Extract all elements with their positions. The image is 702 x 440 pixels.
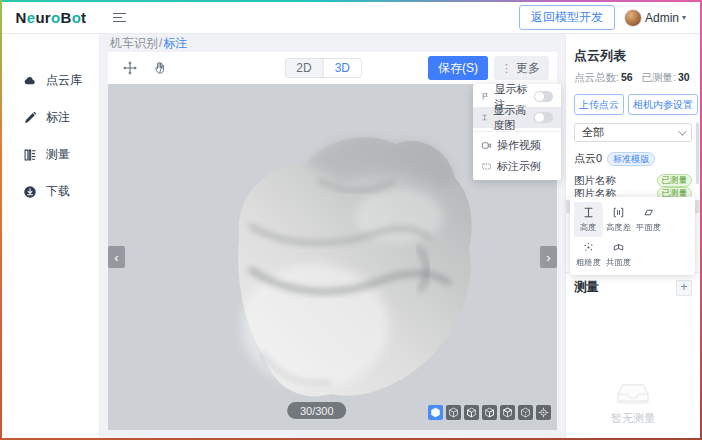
more-dots-icon: ⋮ bbox=[501, 62, 512, 75]
user-avatar bbox=[624, 9, 642, 27]
breadcrumb-current[interactable]: 标注 bbox=[163, 36, 187, 50]
upload-pointcloud-button[interactable]: 上传点云 bbox=[574, 94, 624, 115]
view-top-button[interactable] bbox=[518, 405, 533, 420]
panel-scrollbar[interactable] bbox=[696, 122, 699, 184]
sidebar-item-label: 下载 bbox=[46, 183, 70, 200]
app-logo[interactable]: NeuroBot bbox=[2, 9, 100, 26]
panel-stats: 点云总数:56 已测量:30 bbox=[574, 71, 692, 85]
menu-item-annotation-example[interactable]: 标注示例 bbox=[473, 156, 561, 177]
top-header: NeuroBot 返回模型开发 Admin ▾ bbox=[2, 2, 700, 34]
measured-count: 已测量:30 bbox=[642, 71, 690, 85]
pointcloud-name: 点云0 bbox=[574, 151, 602, 166]
pan-move-icon[interactable] bbox=[122, 60, 138, 76]
empty-box-icon bbox=[609, 371, 657, 407]
sidebar-item-measure[interactable]: 测量 bbox=[2, 136, 99, 173]
frame-border-top bbox=[0, 0, 702, 2]
tools-grid: 高度 高度差 平面度 粗糙度 bbox=[573, 202, 692, 272]
frame-border-left bbox=[0, 0, 2, 440]
chevron-right-icon: › bbox=[546, 250, 550, 265]
tool-label: 平面度 bbox=[636, 222, 661, 234]
height-tool-icon bbox=[582, 206, 595, 219]
tooth-3d-model bbox=[223, 130, 473, 402]
collapse-sidebar-icon[interactable] bbox=[113, 13, 126, 22]
tool-label: 高度 bbox=[580, 222, 597, 234]
more-button[interactable]: ⋮ 更多 bbox=[494, 56, 549, 80]
cloud-icon bbox=[23, 74, 37, 88]
tool-flatness[interactable]: 平面度 bbox=[634, 202, 663, 237]
filter-select[interactable]: 全部 bbox=[574, 123, 692, 142]
show-heightmap-toggle[interactable] bbox=[534, 112, 553, 123]
save-button[interactable]: 保存(S) bbox=[428, 56, 488, 80]
prev-image-button[interactable]: ‹ bbox=[108, 246, 125, 268]
measure-section-header: 测量 + bbox=[574, 279, 692, 296]
menu-item-show-heightmap[interactable]: 显示高度图 bbox=[473, 107, 561, 128]
logo-letter: ur bbox=[35, 9, 51, 26]
tool-label: 粗糙度 bbox=[576, 257, 601, 269]
more-dropdown-menu: 显示标注 显示高度图 操作视频 bbox=[473, 84, 561, 180]
view-front-button[interactable] bbox=[446, 405, 461, 420]
roughness-tool-icon bbox=[582, 241, 595, 254]
canvas-toolbar: 2D 3D 保存(S) ⋮ 更多 显示标注 bbox=[108, 52, 557, 84]
view-right-button[interactable] bbox=[500, 405, 515, 420]
total-count: 点云总数:56 bbox=[574, 71, 633, 85]
logo-gear-letter: o bbox=[72, 9, 81, 26]
tool-height-diff[interactable]: 高度差 bbox=[604, 202, 633, 237]
menu-item-label: 操作视频 bbox=[497, 138, 541, 153]
total-label: 点云总数: bbox=[574, 71, 619, 83]
pointcloud-group-row[interactable]: 点云0 标准模版 bbox=[574, 151, 692, 166]
sidebar-item-annotation[interactable]: 标注 bbox=[2, 99, 99, 136]
measure-tools-popup: 高度 高度差 平面度 粗糙度 bbox=[570, 197, 695, 275]
menu-item-tutorial-video[interactable]: 操作视频 bbox=[473, 135, 561, 156]
coplanarity-tool-icon bbox=[612, 241, 625, 254]
mode-2d-button[interactable]: 2D bbox=[285, 59, 323, 77]
view-left-button[interactable] bbox=[482, 405, 497, 420]
chevron-left-icon: ‹ bbox=[114, 250, 118, 265]
sidebar-item-label: 测量 bbox=[46, 146, 70, 163]
camera-params-button[interactable]: 相机内参设置 bbox=[628, 94, 698, 115]
cube-icon bbox=[520, 407, 531, 418]
flatness-tool-icon bbox=[642, 206, 655, 219]
next-image-button[interactable]: › bbox=[540, 246, 557, 268]
toolbar-right: 保存(S) ⋮ 更多 bbox=[428, 56, 557, 80]
image-name: 图片名称 bbox=[574, 174, 657, 188]
canvas-tool-icons bbox=[122, 60, 168, 76]
dimension-toggle: 2D 3D bbox=[284, 58, 362, 78]
menu-item-label: 显示高度图 bbox=[493, 103, 529, 133]
hand-drag-icon[interactable] bbox=[153, 60, 168, 76]
height-icon bbox=[481, 112, 488, 123]
video-icon bbox=[481, 140, 492, 151]
locate-center-button[interactable] bbox=[536, 405, 551, 420]
main-content: 机车识别/标注 2D 3D bbox=[100, 34, 565, 438]
show-annotation-toggle[interactable] bbox=[534, 91, 553, 102]
view-iso-button[interactable] bbox=[428, 405, 443, 420]
measured-badge: 已测量 bbox=[657, 174, 693, 187]
measured-label: 已测量: bbox=[642, 71, 676, 83]
cube-icon bbox=[466, 407, 477, 418]
measured-value: 30 bbox=[678, 71, 690, 83]
add-measure-button[interactable]: + bbox=[676, 280, 692, 296]
tool-coplanarity[interactable]: 共面度 bbox=[604, 237, 633, 272]
mode-3d-button[interactable]: 3D bbox=[324, 59, 361, 77]
cube-icon bbox=[430, 407, 441, 418]
more-label: 更多 bbox=[516, 60, 540, 77]
sidebar-item-pointcloud-library[interactable]: 点云库 bbox=[2, 62, 99, 99]
user-menu[interactable]: Admin ▾ bbox=[624, 9, 686, 27]
caret-down-icon: ▾ bbox=[682, 13, 686, 22]
user-name: Admin bbox=[645, 11, 679, 25]
view-orientation-bar bbox=[428, 405, 551, 420]
logo-letter: B bbox=[60, 9, 71, 26]
panel-actions: 上传点云 相机内参设置 bbox=[574, 94, 692, 115]
logo-letter: t bbox=[81, 9, 86, 26]
measure-icon bbox=[23, 148, 37, 162]
tool-roughness[interactable]: 粗糙度 bbox=[574, 237, 603, 272]
sidebar-item-download[interactable]: 下载 bbox=[2, 173, 99, 210]
image-list-item[interactable]: 图片名称 已测量 bbox=[574, 174, 692, 187]
back-to-model-dev-button[interactable]: 返回模型开发 bbox=[519, 5, 615, 30]
filter-select-value: 全部 bbox=[582, 125, 604, 140]
panel-title: 点云列表 bbox=[574, 47, 692, 65]
app-window: NeuroBot 返回模型开发 Admin ▾ 点云库 标注 bbox=[0, 0, 702, 440]
breadcrumb: 机车识别/标注 bbox=[100, 34, 565, 52]
tool-height[interactable]: 高度 bbox=[574, 202, 603, 237]
download-icon bbox=[23, 185, 37, 199]
view-back-button[interactable] bbox=[464, 405, 479, 420]
